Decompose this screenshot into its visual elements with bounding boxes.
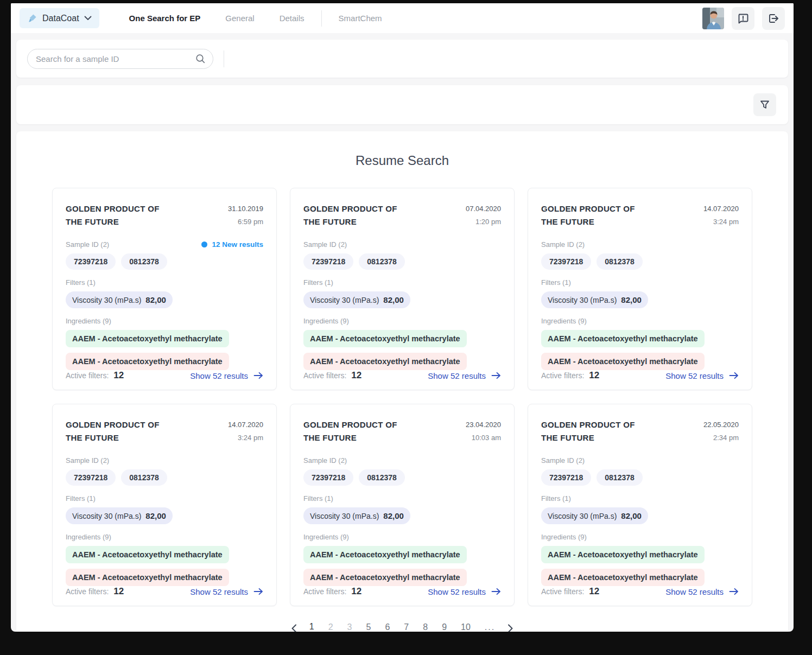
pagination-page-2[interactable]: 2: [325, 621, 337, 632]
sample-id-chip[interactable]: 0812378: [597, 253, 643, 270]
pagination-page-6[interactable]: 6: [381, 621, 394, 632]
ingredient-chip[interactable]: AAEM - Acetoacetoxyethyl methacrylate: [66, 353, 229, 370]
filter-button[interactable]: [753, 93, 776, 116]
filter-chip[interactable]: Viscosity 30 (mPa.s) 82,00: [303, 507, 410, 524]
sample-id-label: Sample ID (2): [66, 456, 109, 465]
show-results-link[interactable]: Show 52 results: [190, 587, 263, 596]
tab-smartchem[interactable]: SmartChem: [326, 8, 395, 28]
new-results-badge[interactable]: 12 New results: [201, 240, 263, 249]
filter-chip-name: Viscosity 30 (mPa.s): [310, 512, 379, 520]
card-header: GOLDEN PRODUCT OF THE FUTURE 07.04.2020 …: [303, 202, 501, 228]
sample-id-chip[interactable]: 72397218: [303, 469, 353, 486]
ingredient-chips: AAEM - Acetoacetoxyethyl methacrylateAAE…: [541, 546, 739, 586]
ingredient-chip[interactable]: AAEM - Acetoacetoxyethyl methacrylate: [66, 330, 229, 347]
top-navigation-bar: DataCoat One Search for EP General Detai…: [11, 3, 794, 33]
pagination-prev-button[interactable]: [289, 622, 299, 632]
saved-search-card[interactable]: GOLDEN PRODUCT OF THE FUTURE 14.07.2020 …: [528, 188, 752, 390]
tab-general[interactable]: General: [213, 8, 267, 28]
logout-button[interactable]: [762, 7, 785, 30]
sample-id-row: Sample ID (2) 12 New results: [66, 240, 263, 249]
ingredient-chip[interactable]: AAEM - Acetoacetoxyethyl methacrylate: [303, 330, 467, 347]
sample-id-chip[interactable]: 72397218: [541, 253, 591, 270]
pagination-page-7[interactable]: 7: [400, 621, 413, 632]
ingredient-chip[interactable]: AAEM - Acetoacetoxyethyl methacrylate: [541, 330, 705, 347]
saved-search-card[interactable]: GOLDEN PRODUCT OF THE FUTURE 14.07.2020 …: [52, 404, 277, 606]
sample-id-chips: 723972180812378: [66, 253, 263, 270]
pagination-page-5[interactable]: 5: [363, 621, 375, 632]
active-filters-label: Active filters:: [66, 371, 109, 380]
ingredient-chip[interactable]: AAEM - Acetoacetoxyethyl methacrylate: [66, 546, 229, 563]
ingredient-chip[interactable]: AAEM - Acetoacetoxyethyl methacrylate: [303, 569, 467, 586]
filter-chip[interactable]: Viscosity 30 (mPa.s) 82,00: [541, 291, 648, 308]
feedback-button[interactable]: [732, 7, 754, 30]
sample-id-chip[interactable]: 72397218: [66, 253, 116, 270]
sample-id-chip[interactable]: 0812378: [359, 253, 405, 270]
card-date: 14.07.2020: [228, 418, 263, 431]
show-results-link[interactable]: Show 52 results: [665, 371, 739, 380]
ingredient-chip[interactable]: AAEM - Acetoacetoxyethyl methacrylate: [541, 353, 705, 370]
filter-chip-value: 82,00: [621, 511, 642, 520]
app-window: DataCoat One Search for EP General Detai…: [11, 3, 794, 632]
sample-id-label: Sample ID (2): [541, 240, 585, 249]
pagination-page-9[interactable]: 9: [438, 621, 451, 632]
filter-chip[interactable]: Viscosity 30 (mPa.s) 82,00: [541, 507, 648, 524]
tab-details[interactable]: Details: [267, 8, 317, 28]
show-results-link[interactable]: Show 52 results: [190, 371, 263, 380]
saved-search-card[interactable]: GOLDEN PRODUCT OF THE FUTURE 07.04.2020 …: [290, 188, 515, 390]
filter-chip-value: 82,00: [145, 511, 166, 520]
filters-label: Filters (1): [541, 278, 739, 287]
tab-one-search-for-ep[interactable]: One Search for EP: [117, 8, 213, 28]
card-date: 07.04.2020: [466, 202, 501, 215]
sample-id-search-input[interactable]: [27, 49, 213, 69]
sample-id-chip[interactable]: 72397218: [66, 469, 116, 486]
show-results-text: Show 52 results: [190, 371, 248, 380]
card-datetime: 31.10.2019 6:59 pm: [228, 202, 263, 228]
active-filters-count: 12: [589, 586, 599, 597]
ingredient-chip[interactable]: AAEM - Acetoacetoxyethyl methacrylate: [303, 546, 467, 563]
sample-id-chip[interactable]: 0812378: [597, 469, 643, 486]
filter-chip[interactable]: Viscosity 30 (mPa.s) 82,00: [66, 291, 173, 308]
ingredient-chip[interactable]: AAEM - Acetoacetoxyethyl methacrylate: [66, 569, 229, 586]
sample-id-chips: 723972180812378: [541, 469, 739, 486]
arrow-right-icon: [253, 372, 263, 379]
filter-chip[interactable]: Viscosity 30 (mPa.s) 82,00: [66, 507, 173, 524]
active-filters-label: Active filters:: [66, 587, 109, 596]
pagination-page-10[interactable]: 10: [457, 621, 474, 632]
ingredient-chip[interactable]: AAEM - Acetoacetoxyethyl methacrylate: [541, 569, 705, 586]
active-filters-count: 12: [113, 586, 124, 597]
saved-search-card[interactable]: GOLDEN PRODUCT OF THE FUTURE 31.10.2019 …: [52, 188, 277, 390]
pagination: 1235678910...: [52, 620, 752, 632]
saved-search-card[interactable]: GOLDEN PRODUCT OF THE FUTURE 23.04.2020 …: [290, 404, 515, 606]
arrow-right-icon: [253, 588, 263, 595]
filter-chip[interactable]: Viscosity 30 (mPa.s) 82,00: [303, 291, 410, 308]
user-avatar[interactable]: [702, 8, 724, 29]
sample-id-chip[interactable]: 0812378: [121, 253, 167, 270]
filters-label: Filters (1): [303, 278, 501, 287]
cards-grid: GOLDEN PRODUCT OF THE FUTURE 31.10.2019 …: [52, 188, 752, 606]
ingredient-chip[interactable]: AAEM - Acetoacetoxyethyl methacrylate: [303, 353, 467, 370]
filter-chip-value: 82,00: [383, 511, 404, 520]
pagination-page-3[interactable]: 3: [344, 621, 356, 632]
filter-chip-name: Viscosity 30 (mPa.s): [72, 296, 141, 304]
show-results-link[interactable]: Show 52 results: [428, 587, 501, 596]
sample-id-chip[interactable]: 72397218: [303, 253, 353, 270]
sample-id-label: Sample ID (2): [303, 456, 347, 465]
pagination-next-button[interactable]: [505, 622, 516, 632]
sample-id-chip[interactable]: 0812378: [359, 469, 405, 486]
card-title: GOLDEN PRODUCT OF THE FUTURE: [541, 202, 644, 228]
pagination-page-8[interactable]: 8: [419, 621, 432, 632]
show-results-link[interactable]: Show 52 results: [428, 371, 501, 380]
ingredient-chip[interactable]: AAEM - Acetoacetoxyethyl methacrylate: [541, 546, 705, 563]
brand-menu[interactable]: DataCoat: [20, 8, 99, 28]
card-date: 14.07.2020: [703, 202, 739, 215]
arrow-right-icon: [491, 588, 501, 595]
saved-search-card[interactable]: GOLDEN PRODUCT OF THE FUTURE 22.05.2020 …: [528, 404, 752, 606]
show-results-link[interactable]: Show 52 results: [665, 587, 739, 596]
filter-chip-name: Viscosity 30 (mPa.s): [548, 296, 617, 304]
card-datetime: 14.07.2020 3:24 pm: [703, 202, 739, 228]
logout-icon: [767, 12, 779, 24]
pagination-page-1[interactable]: 1: [306, 620, 318, 632]
sample-id-chip[interactable]: 72397218: [541, 469, 591, 486]
sample-id-chip[interactable]: 0812378: [121, 469, 167, 486]
card-datetime: 07.04.2020 1:20 pm: [466, 202, 501, 228]
